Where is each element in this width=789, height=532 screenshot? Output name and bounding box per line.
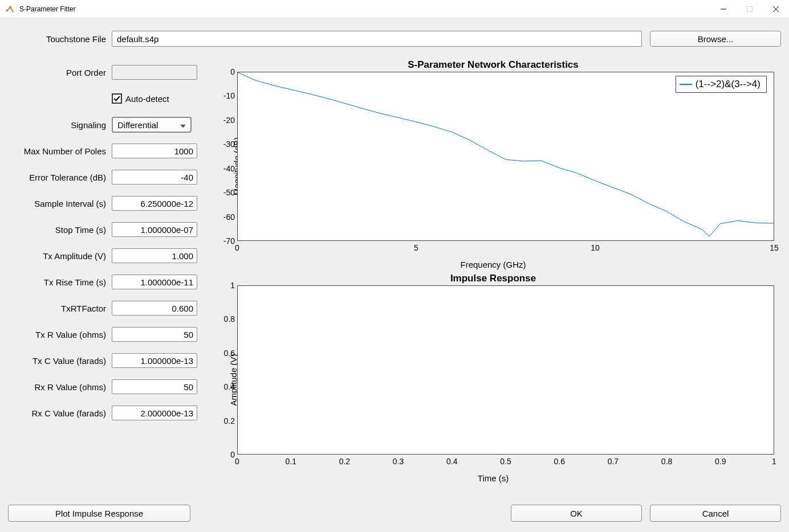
plots-area: S-Parameter Network Characteristics Magn…	[205, 59, 781, 486]
y-tick: 1	[230, 281, 235, 290]
y-tick: -30	[223, 140, 235, 149]
x-tick: 0.4	[446, 457, 457, 466]
field-input-9[interactable]	[112, 379, 197, 394]
y-tick: 0	[230, 450, 235, 459]
field-label: Tx Rise Time (s)	[0, 277, 112, 287]
field-label: TxRTFactor	[0, 304, 112, 313]
x-tick: 0.1	[285, 457, 296, 466]
impulse-plot: Impulse Response Amplitude (V) Time (s) …	[205, 273, 781, 486]
y-tick: -60	[223, 212, 235, 222]
cancel-button[interactable]: Cancel	[650, 505, 781, 522]
field-input-7[interactable]	[112, 327, 197, 342]
field-label: Tx R Value (ohms)	[0, 330, 112, 339]
axes[interactable]: (1-->2)&(3-->4)	[237, 72, 774, 241]
x-tick: 0.3	[393, 457, 404, 466]
y-tick: 0.6	[224, 349, 235, 358]
y-tick: -20	[223, 116, 235, 125]
field-label: Error Tolerance (dB)	[0, 173, 112, 182]
x-axis-label: Frequency (GHz)	[205, 260, 781, 269]
field-input-1[interactable]	[112, 170, 197, 185]
field-label: Max Number of Poles	[0, 146, 112, 156]
matlab-icon	[6, 5, 15, 14]
y-tick: 0.8	[224, 314, 235, 324]
field-input-5[interactable]	[112, 275, 197, 289]
x-tick: 0	[235, 243, 239, 252]
y-tick: -40	[223, 164, 235, 173]
x-tick: 0.8	[661, 457, 672, 466]
svg-rect-1	[747, 6, 753, 11]
x-tick: 10	[591, 243, 600, 252]
field-input-10[interactable]	[112, 406, 197, 420]
x-tick: 0	[235, 457, 239, 466]
x-tick: 0.6	[554, 457, 564, 466]
field-input-4[interactable]	[112, 248, 197, 263]
touchstone-file-label: Touchstone File	[0, 34, 112, 44]
x-tick: 0.9	[715, 457, 726, 466]
field-input-2[interactable]	[112, 196, 197, 211]
y-tick: 0.4	[224, 382, 235, 391]
bottom-bar: Plot Impulse Response OK Cancel	[8, 505, 781, 522]
y-tick: -50	[223, 188, 235, 197]
chevron-down-icon	[180, 120, 186, 130]
plot-title: Impulse Response	[205, 273, 781, 284]
field-input-8[interactable]	[112, 353, 197, 368]
axes[interactable]	[237, 285, 774, 455]
y-tick: 0.2	[224, 416, 235, 425]
touchstone-file-input[interactable]	[112, 31, 642, 47]
signaling-value: Differential	[117, 120, 158, 130]
x-tick: 0.5	[500, 457, 511, 466]
minimize-button[interactable]	[710, 0, 737, 18]
browse-button[interactable]: Browse...	[650, 31, 781, 47]
y-tick: -70	[223, 236, 235, 245]
titlebar: S-Parameter Fitter	[0, 0, 789, 18]
field-label: Sample Interval (s)	[0, 199, 112, 208]
y-tick: 0	[230, 67, 235, 76]
window-title: S-Parameter Fitter	[19, 5, 710, 13]
x-tick: 0.7	[608, 457, 619, 466]
autodetect-label: Auto-detect	[125, 94, 169, 104]
ok-button[interactable]: OK	[511, 505, 642, 522]
field-input-6[interactable]	[112, 301, 197, 316]
signaling-select[interactable]: Differential	[112, 117, 192, 133]
field-label: Rx C Value (farads)	[0, 408, 112, 418]
field-label: Tx Amplitude (V)	[0, 251, 112, 261]
field-input-0[interactable]	[112, 144, 197, 158]
maximize-button	[737, 0, 763, 18]
autodetect-checkbox[interactable]	[112, 93, 122, 104]
file-row: Touchstone File Browse...	[0, 31, 789, 47]
field-label: Rx R Value (ohms)	[0, 382, 112, 392]
port-order-input	[112, 65, 197, 80]
legend-label: (1-->2)&(3-->4)	[696, 79, 760, 89]
field-input-3[interactable]	[112, 222, 197, 237]
plot-impulse-button[interactable]: Plot Impulse Response	[8, 505, 190, 522]
plot-title: S-Parameter Network Characteristics	[205, 59, 781, 71]
x-tick: 5	[414, 243, 418, 252]
legend-swatch	[680, 84, 692, 85]
field-label: Stop Time (s)	[0, 225, 112, 235]
x-tick: 0.2	[339, 457, 350, 466]
main-panel: Touchstone File Browse... Port Order Aut…	[0, 18, 789, 532]
x-axis-label: Time (s)	[205, 473, 781, 483]
signaling-label: Signaling	[0, 120, 112, 130]
parameter-form: Port Order Auto-detect Signaling Differe…	[0, 59, 205, 426]
svg-marker-4	[180, 125, 186, 128]
magnitude-plot: S-Parameter Network Characteristics Magn…	[205, 59, 781, 273]
close-button[interactable]	[763, 0, 789, 18]
x-tick: 1	[772, 457, 776, 466]
legend: (1-->2)&(3-->4)	[676, 76, 767, 93]
field-label: Tx C Value (farads)	[0, 356, 112, 366]
y-tick: -10	[223, 91, 235, 100]
port-order-label: Port Order	[0, 68, 112, 77]
x-tick: 15	[770, 243, 779, 252]
